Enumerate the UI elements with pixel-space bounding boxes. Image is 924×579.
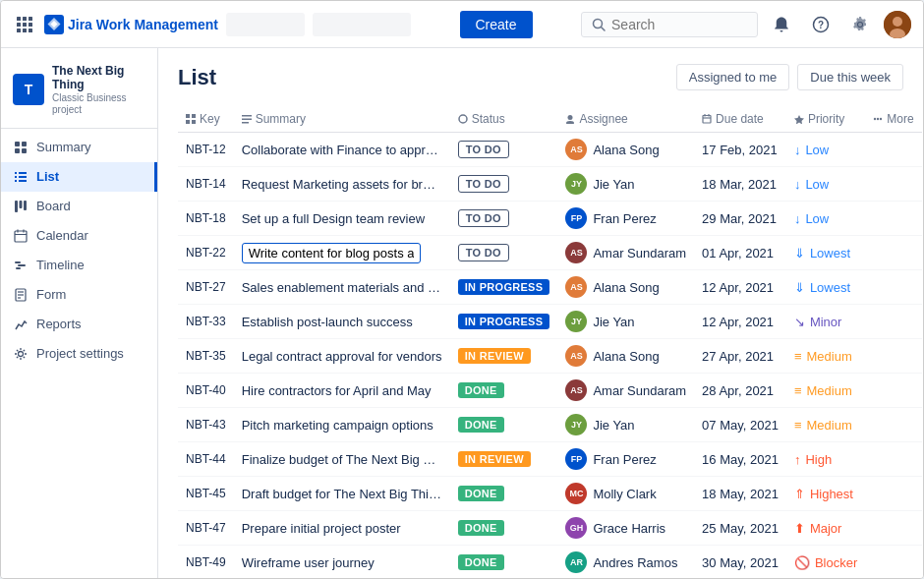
cell-summary[interactable]: Prepare initial project poster xyxy=(234,511,450,546)
avatar: JY xyxy=(565,173,587,195)
priority-label: Low xyxy=(805,177,829,192)
svg-rect-3 xyxy=(17,23,21,27)
cell-key[interactable]: NBT-14 xyxy=(178,167,234,202)
priority-value: ↘Minor xyxy=(794,315,857,329)
svg-rect-42 xyxy=(192,114,196,118)
cell-key[interactable]: NBT-33 xyxy=(178,305,234,339)
col-header-status: Status xyxy=(450,106,558,133)
cell-summary[interactable] xyxy=(234,236,450,270)
cell-assignee: JYJie Yan xyxy=(557,408,694,442)
cell-more xyxy=(865,546,921,579)
cell-summary[interactable]: Sales enablement materials and pitch xyxy=(234,270,450,305)
sidebar-item-board[interactable]: Board xyxy=(1,192,157,221)
cell-summary[interactable]: Collaborate with Finance to approv... xyxy=(234,133,450,167)
search-input[interactable] xyxy=(611,17,739,32)
cell-status[interactable]: DONE xyxy=(450,477,558,511)
cell-status[interactable]: TO DO xyxy=(450,202,558,236)
sidebar-label-board: Board xyxy=(36,199,71,213)
priority-label: Highest xyxy=(810,487,853,501)
cell-status[interactable]: IN REVIEW xyxy=(450,442,558,477)
avatar: AS xyxy=(565,345,587,367)
col-header-summary: Summary xyxy=(234,106,450,133)
cell-key[interactable]: NBT-44 xyxy=(178,442,234,477)
cell-key[interactable]: NBT-49 xyxy=(178,546,234,579)
top-nav: Jira Work Management Create ? xyxy=(1,1,923,48)
priority-icon: ↓ xyxy=(794,211,801,226)
user-avatar[interactable] xyxy=(884,11,911,38)
cell-summary[interactable]: Set up a full Design team review xyxy=(234,202,450,236)
cell-key[interactable]: NBT-35 xyxy=(178,339,234,374)
cell-summary[interactable]: Finalize budget of The Next Big Thing xyxy=(234,442,450,477)
sidebar-item-calendar[interactable]: Calendar xyxy=(1,221,157,251)
cell-more xyxy=(865,408,921,442)
assigned-to-me-button[interactable]: Assigned to me xyxy=(676,64,790,90)
cell-key[interactable]: NBT-27 xyxy=(178,270,234,305)
svg-rect-35 xyxy=(16,267,21,269)
sidebar-item-reports[interactable]: Reports xyxy=(1,310,157,339)
timeline-icon xyxy=(13,258,29,273)
assignee-name: Alana Song xyxy=(593,280,659,295)
cell-summary[interactable]: Pitch marketing campaign options xyxy=(234,408,450,442)
cell-summary[interactable]: Establish post-launch success xyxy=(234,305,450,339)
cell-status[interactable]: IN PROGRESS xyxy=(450,270,558,305)
cell-key[interactable]: NBT-40 xyxy=(178,374,234,408)
cell-status[interactable]: TO DO xyxy=(450,133,558,167)
svg-rect-34 xyxy=(18,264,26,266)
sidebar-item-form[interactable]: Form xyxy=(1,280,157,310)
cell-status[interactable]: TO DO xyxy=(450,167,558,202)
create-button[interactable]: Create xyxy=(460,11,533,38)
svg-rect-1 xyxy=(23,17,27,21)
avatar: AR xyxy=(565,551,587,573)
priority-icon: 🚫 xyxy=(794,555,810,570)
cell-summary[interactable]: Wireframe user journey xyxy=(234,546,450,579)
sidebar-item-settings[interactable]: Project settings xyxy=(1,339,157,369)
summary-input[interactable] xyxy=(242,243,421,263)
assignee-name: Jie Yan xyxy=(593,177,634,192)
sidebar-item-timeline[interactable]: Timeline xyxy=(1,251,157,280)
svg-rect-7 xyxy=(23,29,27,32)
cell-status[interactable]: DONE xyxy=(450,511,558,546)
cell-summary[interactable]: Draft budget for The Next Big Thing xyxy=(234,477,450,511)
priority-label: Lowest xyxy=(810,280,850,295)
svg-rect-33 xyxy=(15,261,21,263)
header-actions: Assigned to me Due this week xyxy=(676,64,903,90)
cell-key[interactable]: NBT-18 xyxy=(178,202,234,236)
priority-value: ≡Medium xyxy=(794,383,857,398)
svg-rect-16 xyxy=(15,142,20,146)
svg-point-14 xyxy=(893,17,902,27)
cell-status[interactable]: DONE xyxy=(450,546,558,579)
cell-status[interactable]: DONE xyxy=(450,374,558,408)
sidebar-label-timeline: Timeline xyxy=(36,258,85,272)
project-icon: T xyxy=(13,74,44,105)
notifications-icon[interactable] xyxy=(766,9,797,40)
sidebar-item-summary[interactable]: Summary xyxy=(1,133,157,162)
settings-icon[interactable] xyxy=(844,9,876,40)
list-table: Key Summary Status xyxy=(178,106,922,578)
grid-icon[interactable] xyxy=(13,13,36,36)
priority-icon: ↘ xyxy=(794,315,805,329)
cell-more xyxy=(865,202,921,236)
search-box[interactable] xyxy=(581,12,758,37)
table-row: NBT-45Draft budget for The Next Big Thin… xyxy=(178,477,922,511)
cell-key[interactable]: NBT-43 xyxy=(178,408,234,442)
due-this-week-button[interactable]: Due this week xyxy=(797,64,903,90)
cell-more xyxy=(865,442,921,477)
cell-key[interactable]: NBT-22 xyxy=(178,236,234,270)
cell-key[interactable]: NBT-12 xyxy=(178,133,234,167)
sidebar-item-list[interactable]: List xyxy=(1,162,157,192)
cell-status[interactable]: IN REVIEW xyxy=(450,339,558,374)
avatar: JY xyxy=(565,311,587,332)
cell-key[interactable]: NBT-47 xyxy=(178,511,234,546)
cell-status[interactable]: TO DO xyxy=(450,236,558,270)
cell-summary[interactable]: Request Marketing assets for brand... xyxy=(234,167,450,202)
svg-rect-6 xyxy=(17,29,21,32)
cell-priority: ↑High xyxy=(786,442,865,477)
cell-summary[interactable]: Hire contractors for April and May xyxy=(234,374,450,408)
cell-key[interactable]: NBT-45 xyxy=(178,477,234,511)
cell-status[interactable]: IN PROGRESS xyxy=(450,305,558,339)
cell-summary[interactable]: Legal contract approval for vendors xyxy=(234,339,450,374)
help-icon[interactable]: ? xyxy=(805,9,837,40)
svg-point-50 xyxy=(566,121,574,124)
cell-duedate: 01 Apr, 2021 xyxy=(694,236,786,270)
cell-status[interactable]: DONE xyxy=(450,408,558,442)
